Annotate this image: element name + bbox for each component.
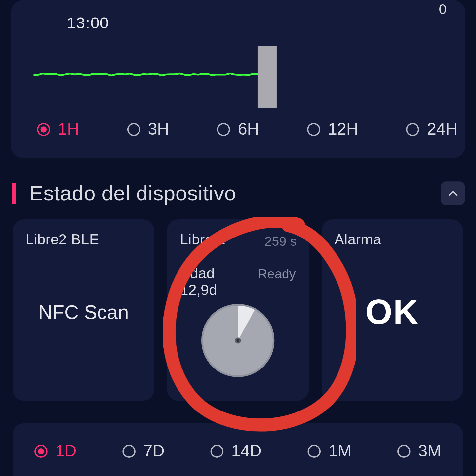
radio-icon: [210, 445, 223, 458]
alarm-ok-label: OK: [365, 292, 419, 332]
radio-icon: [406, 123, 419, 136]
stats-range-option-14d[interactable]: 14D: [210, 442, 261, 460]
stats-range-option-1d[interactable]: 1D: [34, 442, 76, 460]
section-accent-bar: [12, 183, 16, 204]
stats-range-card: 1D7D14D1M3M: [13, 423, 463, 476]
stats-range-option-3m[interactable]: 3M: [397, 442, 441, 460]
glucose-line-chart: [33, 68, 430, 108]
stats-range-option-7d[interactable]: 7D: [122, 442, 164, 460]
chevron-up-icon: [448, 190, 458, 196]
chart-range-option-6h[interactable]: 6H: [217, 120, 259, 139]
radio-icon: [37, 123, 50, 136]
svg-point-3: [237, 339, 239, 342]
nfc-scan-label: NFC Scan: [38, 301, 129, 324]
radio-label: 1M: [329, 442, 352, 460]
radio-label: 7D: [143, 442, 165, 460]
chart-range-option-1h[interactable]: 1H: [37, 120, 79, 139]
nfc-card-title: Libre2 BLE: [26, 232, 141, 248]
chart-range-option-12h[interactable]: 12H: [307, 120, 358, 139]
sensor-age-label: Edad 12,9d: [180, 265, 249, 299]
sensor-ready-status: Ready: [258, 266, 296, 281]
radio-label: 6H: [238, 120, 259, 139]
nfc-scan-card[interactable]: Libre2 BLE NFC Scan: [13, 219, 154, 401]
radio-icon: [308, 445, 321, 458]
radio-label: 24H: [427, 120, 457, 139]
section-title: Estado del dispositivo: [29, 181, 236, 205]
radio-icon: [397, 445, 411, 458]
alarm-status-card[interactable]: Alarma OK: [321, 219, 463, 401]
radio-label: 1D: [55, 442, 76, 460]
radio-label: 3M: [418, 442, 442, 460]
stats-range-option-1m[interactable]: 1M: [308, 442, 352, 460]
sensor-seconds-value: 259 s: [264, 234, 297, 249]
radio-icon: [307, 123, 320, 136]
collapse-section-button[interactable]: [441, 181, 465, 205]
chart-x-time-label: 13:00: [67, 14, 109, 32]
sensor-status-card[interactable]: Libre 2 259 s Edad 12,9d Ready: [167, 219, 309, 401]
radio-label: 14D: [231, 442, 262, 460]
chart-y-zero-label: 0: [439, 1, 447, 18]
radio-label: 12H: [328, 120, 358, 139]
device-status-section-header: Estado del dispositivo: [12, 181, 465, 205]
radio-label: 1H: [58, 120, 79, 139]
radio-icon: [217, 123, 230, 136]
chart-range-option-3h[interactable]: 3H: [127, 120, 169, 139]
glucose-chart-card: 0 13:00 1H3H6H12H24H: [11, 0, 465, 158]
sensor-progress-gauge: [200, 303, 275, 380]
radio-icon: [127, 123, 140, 136]
radio-icon: [34, 445, 48, 458]
alarm-card-title: Alarma: [335, 232, 450, 248]
chart-range-option-24h[interactable]: 24H: [406, 120, 457, 139]
radio-icon: [122, 445, 136, 458]
radio-label: 3H: [148, 120, 169, 139]
